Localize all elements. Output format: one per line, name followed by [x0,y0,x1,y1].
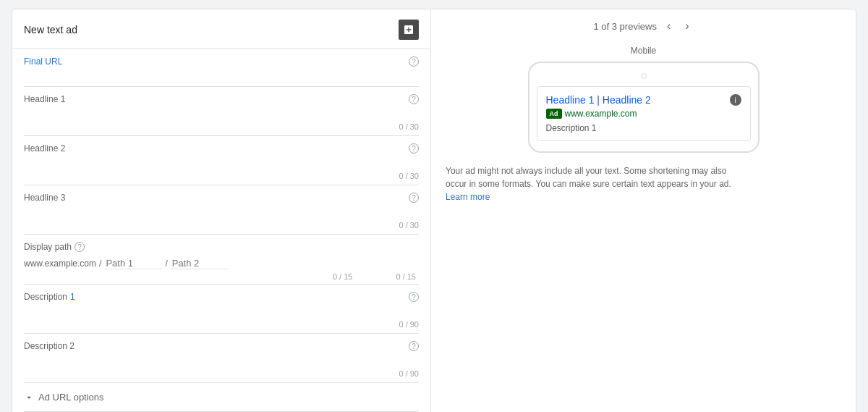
phone-camera [641,73,647,79]
preview-count: 1 of 3 previews [593,21,656,32]
ad-headline-row: Headline 1 | Headline 2 i [546,94,741,106]
ad-url-text: www.example.com [565,109,637,119]
ad-url-options-section: Ad URL options [24,383,419,412]
description2-label: Description 2 [24,341,419,351]
ad-display-url: Ad www.example.com [546,109,741,119]
description2-field: Description 2 ? 0 / 90 [24,334,419,383]
preview-panel: 1 of 3 previews ‹ › Mobile Headline 1 | … [431,9,856,412]
description1-help-icon[interactable]: ? [409,292,419,302]
headline3-input[interactable] [24,204,419,219]
ad-url-options-label: Ad URL options [38,392,104,403]
form-title: New text ad [24,24,77,35]
display-path-label: Display path ? [24,242,419,252]
headline1-label: Headline 1 [24,94,419,104]
headline1-field: Headline 1 ? 0 / 30 [24,87,419,136]
path1-input[interactable] [104,258,162,269]
headline3-field: Headline 3 ? 0 / 30 [24,185,419,235]
display-path-help-icon[interactable]: ? [75,242,85,252]
headline2-input[interactable] [24,155,419,170]
headline1-help-icon[interactable]: ? [409,94,419,104]
final-url-field: Final URL ? [24,49,419,87]
ad-description-text: Description 1 [546,123,741,133]
final-url-help-icon[interactable]: ? [409,56,419,67]
phone-frame: Headline 1 | Headline 2 i Ad www.example… [528,62,760,153]
path2-count: 0 / 15 [396,272,416,281]
description1-field: Description 1 ? 0 / 90 [24,285,419,334]
form-body: Final URL ? Headline 1 ? 0 / 30 Headline… [12,49,430,412]
description2-help-icon[interactable]: ? [409,341,419,351]
form-panel: New text ad Final URL ? Headline 1 ? 0 /… [12,9,431,412]
learn-more-link[interactable]: Learn more [446,192,490,202]
ad-url-options-toggle[interactable]: Ad URL options [24,392,419,403]
form-header: New text ad [12,9,430,49]
preview-next-button[interactable]: › [681,18,693,34]
final-url-input[interactable] [24,68,419,83]
ad-preview-card: Headline 1 | Headline 2 i Ad www.example… [537,86,751,141]
headline1-count: 0 / 30 [24,121,419,133]
preview-prev-button[interactable]: ‹ [663,18,675,34]
preview-header: 1 of 3 previews ‹ › [446,18,841,34]
headline3-help-icon[interactable]: ? [409,193,419,203]
plus-icon[interactable] [399,20,419,40]
display-path-slash2: / [165,258,167,269]
ad-badge: Ad [546,109,562,119]
description1-label: Description 1 [24,292,419,302]
description1-count: 0 / 90 [24,319,419,330]
path2-input[interactable] [171,258,229,269]
headline3-count: 0 / 30 [24,219,419,231]
display-path-base: www.example.com [24,258,96,269]
headline1-input[interactable] [24,106,419,121]
path1-count: 0 / 15 [333,272,353,281]
headline2-help-icon[interactable]: ? [409,143,419,154]
preview-note: Your ad might not always include all you… [446,164,749,203]
headline3-label: Headline 3 [24,193,419,203]
final-url-label: Final URL [24,56,419,67]
headline2-count: 0 / 30 [24,170,419,182]
display-path-row: www.example.com / / [24,255,419,272]
headline2-field: Headline 2 ? 0 / 30 [24,136,419,185]
ad-headline-text: Headline 1 | Headline 2 [546,94,651,106]
headline2-label: Headline 2 [24,143,419,154]
display-path-field: Display path ? www.example.com / / 0 / 1… [24,235,419,285]
ad-info-icon[interactable]: i [730,94,741,106]
description1-input[interactable] [24,303,419,319]
description2-count: 0 / 90 [24,368,419,379]
description2-input[interactable] [24,353,419,368]
preview-device-label: Mobile [446,46,841,56]
display-path-slash1: / [99,258,101,269]
